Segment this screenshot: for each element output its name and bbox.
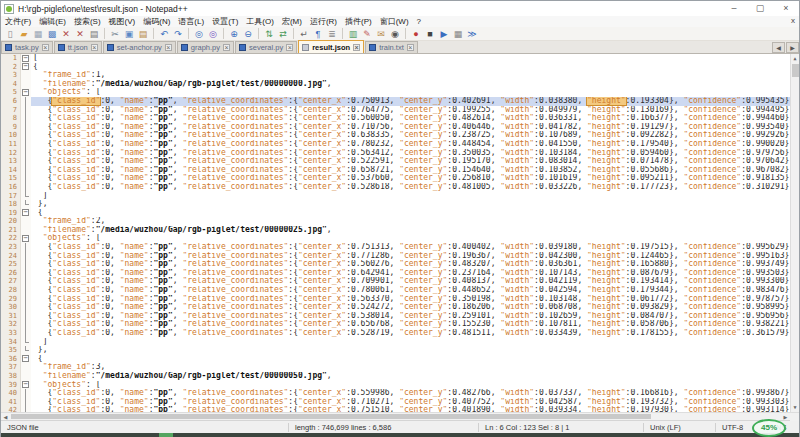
view-eye-icon[interactable]: ◉ [389, 28, 401, 40]
menu-item[interactable]: 宏(M) [278, 16, 306, 27]
close-button[interactable]: × [773, 1, 799, 16]
fold-margin[interactable]: − [21, 234, 31, 243]
mail-icon[interactable]: ✉ [375, 28, 387, 40]
code-line[interactable]: 6 {"class_id":0, "name":"pp", "relative_… [1, 97, 799, 106]
menu-item[interactable]: 窗口(W) [376, 16, 413, 27]
menu-item[interactable]: 编码(N) [139, 16, 174, 27]
menu-close-icon[interactable]: x [791, 16, 795, 25]
code-line[interactable]: 35 }, [1, 346, 799, 355]
run-multi-icon[interactable]: ≫ [466, 28, 478, 40]
code-line[interactable]: 17 ] [1, 192, 799, 201]
record-macro-icon[interactable]: ● [410, 28, 422, 40]
code-line[interactable]: 40 {"class_id":0, "name":"pp", "relative… [1, 389, 799, 398]
code-line[interactable]: 13 {"class_id":0, "name":"pp", "relative… [1, 157, 799, 166]
tab-set-anchor.py[interactable]: set-anchor.py× [103, 41, 176, 53]
fold-collapse-icon[interactable]: − [22, 55, 29, 62]
save-macro-icon[interactable]: ▦ [452, 28, 464, 40]
zoom-in-icon[interactable]: ⊕ [228, 28, 240, 40]
scroll-down-icon[interactable]: ▼ [791, 403, 799, 412]
menu-item[interactable]: 文件(F) [1, 16, 35, 27]
code-line[interactable]: 36− { [1, 355, 799, 364]
code-line[interactable]: 9 {"class_id":0, "name":"pp", "relative_… [1, 123, 799, 132]
code-line[interactable]: 19− { [1, 209, 799, 218]
code-line[interactable]: 32 {"class_id":0, "name":"pp", "relative… [1, 320, 799, 329]
sync-vertical-icon[interactable]: ⇅ [263, 28, 275, 40]
code-line[interactable]: 33 {"class_id":0, "name":"pp", "relative… [1, 329, 799, 338]
play-macro-icon[interactable]: ▶ [438, 28, 450, 40]
word-wrap-icon[interactable]: ↵ [298, 28, 310, 40]
tab-result.json[interactable]: result.json× [298, 40, 364, 53]
zoom-out-icon[interactable]: ⊖ [242, 28, 254, 40]
fold-margin[interactable]: − [21, 355, 31, 364]
code-line[interactable]: 20 "frame_id":2, [1, 217, 799, 226]
scroll-up-icon[interactable]: ▲ [791, 54, 799, 63]
menu-item[interactable]: 插件(P) [341, 16, 376, 27]
fold-collapse-icon[interactable]: − [22, 235, 29, 242]
code-line[interactable]: 34 ] [1, 338, 799, 347]
tab-scroll-right-icon[interactable]: ▶ [786, 42, 799, 53]
menu-item[interactable]: ? [413, 17, 425, 26]
fold-margin[interactable]: − [21, 63, 31, 72]
code-line[interactable]: 22− "objects": [ [1, 234, 799, 243]
undo-icon[interactable]: ↶ [158, 28, 170, 40]
scroll-left-icon[interactable]: ◀ [1, 413, 10, 421]
tab-task.py[interactable]: task.py× [1, 41, 53, 53]
menu-item[interactable]: 设置(T) [208, 16, 242, 27]
code-line[interactable]: 2−{ [1, 63, 799, 72]
doc-map-icon[interactable]: ▥ [347, 28, 359, 40]
tab-close-icon[interactable]: × [165, 44, 172, 51]
redo-icon[interactable]: ↷ [172, 28, 184, 40]
close-file-icon[interactable]: ✕ [60, 28, 72, 40]
code-line[interactable]: 37 "frame_id":3, [1, 363, 799, 372]
maximize-button[interactable]: ▢ [747, 1, 773, 16]
code-line[interactable]: 41 {"class_id":0, "name":"pp", "relative… [1, 398, 799, 407]
code-line[interactable]: 11 {"class_id":0, "name":"pp", "relative… [1, 140, 799, 149]
code-line[interactable]: 10 {"class_id":0, "name":"pp", "relative… [1, 131, 799, 140]
code-line[interactable]: 21 "filename":"/media/wuzhou/Gap/rgb-pig… [1, 226, 799, 235]
tab-tt.json[interactable]: tt.json× [54, 41, 102, 53]
fold-collapse-icon[interactable]: − [22, 209, 29, 216]
tab-close-icon[interactable]: × [42, 44, 49, 51]
horizontal-scroll-thumb[interactable] [11, 414, 651, 419]
code-line[interactable]: 31 {"class_id":0, "name":"pp", "relative… [1, 312, 799, 321]
save-icon[interactable]: ▦ [32, 28, 44, 40]
code-line[interactable]: 7 {"class_id":0, "name":"pp", "relative_… [1, 106, 799, 115]
code-line[interactable]: 8 {"class_id":0, "name":"pp", "relative_… [1, 114, 799, 123]
tab-close-icon[interactable]: × [286, 44, 293, 51]
new-file-icon[interactable]: ▯ [4, 28, 16, 40]
tab-close-icon[interactable]: × [91, 44, 98, 51]
close-all-icon[interactable]: ✕ [74, 28, 86, 40]
fold-collapse-icon[interactable]: − [22, 89, 29, 96]
print-icon[interactable]: ▤ [88, 28, 100, 40]
find-icon[interactable]: ◎ [193, 28, 205, 40]
tab-train.txt[interactable]: train.txt× [365, 41, 418, 53]
code-line[interactable]: 24 {"class_id":0, "name":"pp", "relative… [1, 252, 799, 261]
menu-item[interactable]: 语言(L) [174, 16, 208, 27]
fold-collapse-icon[interactable]: − [22, 381, 29, 388]
code-line[interactable]: 39− "objects": [ [1, 381, 799, 390]
code-line[interactable]: 15 {"class_id":0, "name":"pp", "relative… [1, 174, 799, 183]
menu-item[interactable]: 运行(R) [306, 16, 341, 27]
stop-macro-icon[interactable]: ■ [424, 28, 436, 40]
code-line[interactable]: 30 {"class_id":0, "name":"pp", "relative… [1, 303, 799, 312]
code-line[interactable]: 18 }, [1, 200, 799, 209]
code-line[interactable]: 28 {"class_id":0, "name":"pp", "relative… [1, 286, 799, 295]
code-line[interactable]: 23 {"class_id":0, "name":"pp", "relative… [1, 243, 799, 252]
open-folder-icon[interactable]: ▰ [18, 28, 30, 40]
tab-graph.py[interactable]: graph.py× [177, 41, 234, 53]
tab-several.py[interactable]: several.py× [235, 41, 297, 53]
vertical-scrollbar[interactable]: ▲ ▼ [790, 54, 799, 412]
cut-icon[interactable]: ✂ [109, 28, 121, 40]
menu-item[interactable]: 视图(V) [105, 16, 140, 27]
code-line[interactable]: 26 {"class_id":0, "name":"pp", "relative… [1, 269, 799, 278]
minimize-button[interactable]: – [721, 1, 747, 16]
tab-close-icon[interactable]: × [353, 44, 360, 51]
tab-close-icon[interactable]: × [223, 44, 230, 51]
menu-item[interactable]: 编辑(E) [35, 16, 70, 27]
fold-margin[interactable]: − [21, 381, 31, 390]
replace-icon[interactable]: ◎ [207, 28, 219, 40]
sync-horizontal-icon[interactable]: ⇄ [277, 28, 289, 40]
code-line[interactable]: 29 {"class_id":0, "name":"pp", "relative… [1, 295, 799, 304]
save-all-icon[interactable]: ▩ [46, 28, 58, 40]
edit-pencil-icon[interactable]: ✎ [361, 28, 373, 40]
